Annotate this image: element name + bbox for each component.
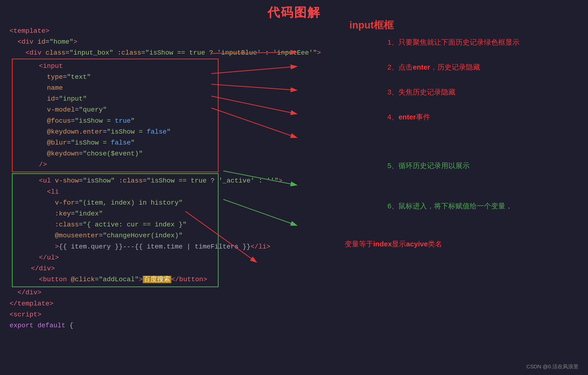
input-frame-label: input框框 bbox=[349, 19, 394, 32]
annotation-1: 1、只要聚焦就让下面历史记录绿色框显示 bbox=[388, 38, 520, 47]
watermark: CSDN @0.活在风浪里 bbox=[526, 363, 578, 370]
annotations-area: input框框 1、只要聚焦就让下面历史记录绿色框显示 2、点击enter，历史… bbox=[321, 26, 578, 331]
annotation-7: 变量等于index显示acyive类名 bbox=[345, 239, 442, 249]
annotation-5: 5、循环历史记录用以展示 bbox=[388, 161, 470, 171]
annotation-2: 2、点击enter，历史记录隐藏 bbox=[388, 62, 480, 72]
annotation-4: 4、enter事件 bbox=[388, 112, 430, 122]
page-title: 代码图解 bbox=[0, 0, 588, 23]
annotation-3: 3、失焦历史记录隐藏 bbox=[388, 87, 456, 97]
code-area: <template> <div id="home"> <div class="i… bbox=[10, 26, 321, 331]
annotation-6: 6、鼠标进入，将下标赋值给一个变量， bbox=[388, 201, 513, 211]
